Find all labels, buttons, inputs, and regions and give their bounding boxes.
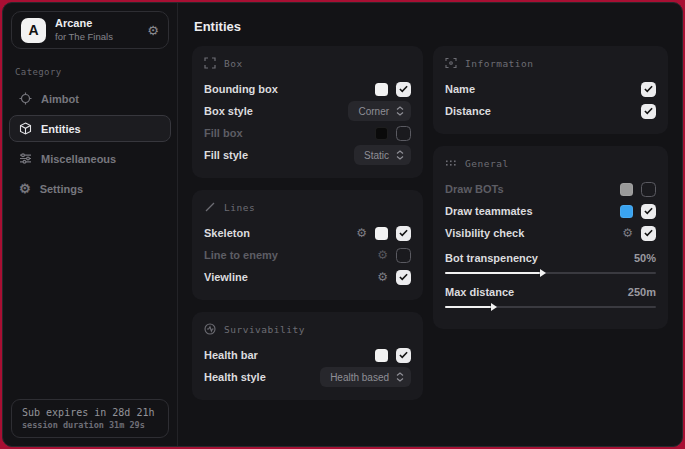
row-box-style: Box style Corner <box>204 100 411 122</box>
bot-transparency-value: 50% <box>634 252 656 264</box>
sliders-icon <box>19 152 32 165</box>
panel-general: General Draw BOTs Draw teammates <box>433 146 668 329</box>
chevron-up-down-icon <box>396 372 404 382</box>
row-fill-style: Fill style Static <box>204 144 411 166</box>
color-swatch[interactable] <box>375 83 388 96</box>
color-swatch[interactable] <box>375 127 388 140</box>
viewline-checkbox[interactable] <box>396 270 411 285</box>
main-content: Entities Box Bounding box <box>178 3 682 446</box>
sidebar-item-miscellaneous[interactable]: Miscellaneous <box>9 145 171 172</box>
row-skeleton: Skeleton ⚙ <box>204 222 411 244</box>
draw-teammates-checkbox[interactable] <box>641 204 656 219</box>
visibility-check-checkbox[interactable] <box>641 226 656 241</box>
subscription-card: Sub expires in 28d 21h session duration … <box>11 399 169 438</box>
brand-card: A Arcane for The Finals ⚙ <box>11 11 169 49</box>
color-swatch[interactable] <box>375 349 388 362</box>
panel-lines: Lines Skeleton ⚙ Line to enemy <box>192 190 423 300</box>
sidebar-item-label: Miscellaneous <box>41 153 116 165</box>
skeleton-settings-icon[interactable]: ⚙ <box>356 227 367 239</box>
sidebar: A Arcane for The Finals ⚙ Category Aimbo… <box>3 3 178 446</box>
row-health-bar: Health bar <box>204 344 411 366</box>
color-swatch[interactable] <box>620 183 633 196</box>
row-distance: Distance <box>445 100 656 122</box>
health-bar-checkbox[interactable] <box>396 348 411 363</box>
draw-bots-checkbox[interactable] <box>641 182 656 197</box>
app-name: Arcane <box>55 17 138 31</box>
sidebar-item-entities[interactable]: Entities <box>9 115 171 142</box>
app-subtitle: for The Finals <box>55 31 138 43</box>
max-distance-value: 250m <box>628 286 656 298</box>
row-bounding-box: Bounding box <box>204 78 411 100</box>
gear-icon: ⚙ <box>19 182 31 195</box>
bounding-box-checkbox[interactable] <box>396 82 411 97</box>
crosshair-icon <box>19 92 32 105</box>
sidebar-item-label: Settings <box>40 183 83 195</box>
panel-title: Box <box>224 58 243 69</box>
panel-title: General <box>465 158 509 169</box>
skeleton-checkbox[interactable] <box>396 226 411 241</box>
sidebar-item-label: Aimbot <box>41 93 79 105</box>
cube-icon <box>19 122 32 135</box>
grid-dots-icon <box>445 157 457 169</box>
panel-title: Lines <box>224 202 255 213</box>
row-line-to-enemy: Line to enemy ⚙ <box>204 244 411 266</box>
panel-survivability: Survivability Health bar Health style <box>192 312 423 400</box>
row-health-style: Health style Health based <box>204 366 411 388</box>
max-distance-slider[interactable] <box>445 306 656 308</box>
distance-checkbox[interactable] <box>641 104 656 119</box>
sidebar-nav: Aimbot Entities Miscella <box>3 85 177 202</box>
app-logo: A <box>21 18 46 43</box>
color-swatch[interactable] <box>620 205 633 218</box>
row-draw-bots: Draw BOTs <box>445 178 656 200</box>
viewline-settings-icon[interactable]: ⚙ <box>377 271 388 283</box>
row-fill-box: Fill box <box>204 122 411 144</box>
slider-thumb[interactable] <box>540 269 546 277</box>
panel-title: Survivability <box>224 324 305 335</box>
max-distance-slider-group: Max distance 250m <box>445 283 656 308</box>
box-style-dropdown[interactable]: Corner <box>348 101 411 121</box>
slider-thumb[interactable] <box>491 303 497 311</box>
row-viewline: Viewline ⚙ <box>204 266 411 288</box>
fill-box-checkbox[interactable] <box>396 126 411 141</box>
session-duration-text: session duration 31m 29s <box>22 420 158 430</box>
brand-settings-icon[interactable]: ⚙ <box>147 24 159 37</box>
health-style-dropdown[interactable]: Health based <box>320 367 411 387</box>
bot-transparency-slider[interactable] <box>445 272 656 274</box>
visibility-settings-icon[interactable]: ⚙ <box>622 227 633 239</box>
panel-box: Box Bounding box Box style <box>192 46 423 178</box>
page-title: Entities <box>194 19 668 34</box>
info-scan-icon <box>445 57 457 69</box>
sidebar-item-label: Entities <box>41 123 81 135</box>
app-window: A Arcane for The Finals ⚙ Category Aimbo… <box>2 2 683 447</box>
chevron-up-down-icon <box>396 150 404 160</box>
line-to-enemy-settings-icon[interactable]: ⚙ <box>377 249 388 261</box>
row-name: Name <box>445 78 656 100</box>
fill-style-dropdown[interactable]: Static <box>354 145 411 165</box>
row-visibility-check: Visibility check ⚙ <box>445 222 656 244</box>
panel-title: Information <box>465 58 533 69</box>
chevron-up-down-icon <box>396 106 404 116</box>
category-label: Category <box>15 67 165 77</box>
sub-expires-text: Sub expires in 28d 21h <box>22 407 158 418</box>
bot-transparency-slider-group: Bot transpenency 50% <box>445 249 656 274</box>
color-swatch[interactable] <box>375 227 388 240</box>
row-draw-teammates: Draw teammates <box>445 200 656 222</box>
line-to-enemy-checkbox[interactable] <box>396 248 411 263</box>
name-checkbox[interactable] <box>641 82 656 97</box>
line-icon <box>204 201 216 213</box>
sidebar-item-aimbot[interactable]: Aimbot <box>9 85 171 112</box>
bounding-box-icon <box>204 57 216 69</box>
pulse-icon <box>204 323 216 335</box>
sidebar-item-settings[interactable]: ⚙ Settings <box>9 175 171 202</box>
panel-information: Information Name Distance <box>433 46 668 134</box>
